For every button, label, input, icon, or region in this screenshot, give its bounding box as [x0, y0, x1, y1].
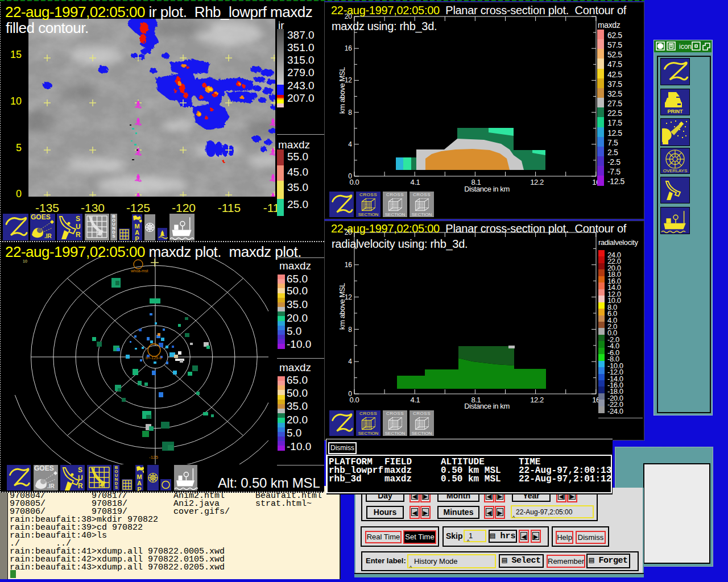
svg-text:S: S [78, 466, 82, 474]
svg-text:CROSS: CROSS [386, 411, 404, 416]
svg-text:whoa-mst: whoa-mst [130, 269, 148, 273]
svg-text:R: R [76, 231, 81, 239]
svg-text:SECTION: SECTION [385, 431, 406, 436]
svg-text:S: S [76, 215, 80, 223]
svg-text:CROSS: CROSS [413, 411, 431, 416]
svg-text:b=-125-6: b=-125-6 [146, 356, 162, 360]
svg-text:P: P [137, 486, 141, 491]
svg-text:CROSS: CROSS [413, 192, 431, 197]
svg-text:GOES: GOES [31, 213, 51, 221]
svg-text:SECTION: SECTION [412, 212, 432, 217]
svg-text:CROSS: CROSS [386, 192, 404, 197]
svg-text:-125: -125 [149, 455, 159, 460]
svg-text:S: S [115, 485, 118, 490]
svg-text:U: U [78, 474, 83, 482]
svg-text:PRINT: PRINT [668, 109, 684, 114]
svg-text:icon: icon [679, 43, 692, 51]
svg-text:SECTION: SECTION [358, 212, 379, 217]
svg-text:R: R [78, 482, 83, 490]
svg-text:S: S [112, 234, 115, 239]
svg-text:CROSS: CROSS [359, 411, 377, 416]
svg-text:SECTION: SECTION [385, 212, 406, 217]
svg-text:U: U [76, 223, 81, 231]
svg-text:SECTION: SECTION [412, 431, 432, 436]
svg-text:OVERLAYS: OVERLAYS [663, 168, 688, 173]
svg-text:P: P [135, 235, 139, 241]
svg-text:.IR: .IR [47, 483, 55, 489]
svg-text:.IR: .IR [44, 233, 52, 239]
svg-text:SECTION: SECTION [358, 431, 379, 436]
svg-text:GOES: GOES [34, 464, 54, 472]
svg-text:CROSS: CROSS [359, 192, 377, 197]
